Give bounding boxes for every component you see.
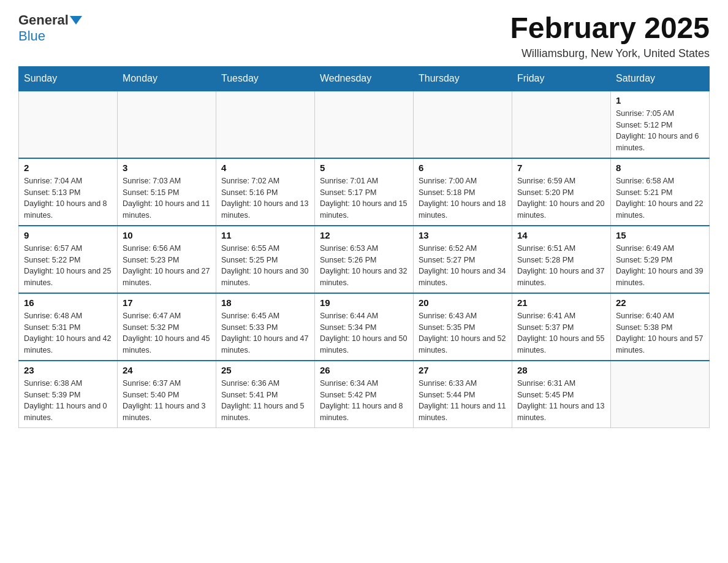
weekday-saturday: Saturday <box>611 66 710 91</box>
day-info: Sunrise: 6:37 AMSunset: 5:40 PMDaylight:… <box>123 378 211 424</box>
calendar-cell: 12Sunrise: 6:53 AMSunset: 5:26 PMDayligh… <box>315 226 414 293</box>
calendar-cell <box>19 91 118 158</box>
calendar-cell <box>414 91 512 158</box>
day-number: 2 <box>24 163 112 173</box>
day-info: Sunrise: 6:57 AMSunset: 5:22 PMDaylight:… <box>24 243 112 289</box>
calendar-cell: 28Sunrise: 6:31 AMSunset: 5:45 PMDayligh… <box>512 361 611 428</box>
day-info: Sunrise: 6:31 AMSunset: 5:45 PMDaylight:… <box>517 378 605 424</box>
calendar-week-1: 1Sunrise: 7:05 AMSunset: 5:12 PMDaylight… <box>19 91 710 158</box>
weekday-tuesday: Tuesday <box>216 66 315 91</box>
day-number: 22 <box>616 297 704 308</box>
calendar-cell <box>118 91 216 158</box>
day-number: 17 <box>123 297 211 308</box>
logo-general: General <box>18 12 69 28</box>
title-section: February 2025 Williamsburg, New York, Un… <box>510 12 710 60</box>
day-info: Sunrise: 6:47 AMSunset: 5:32 PMDaylight:… <box>123 310 211 356</box>
calendar-cell: 18Sunrise: 6:45 AMSunset: 5:33 PMDayligh… <box>216 293 315 361</box>
calendar-cell: 3Sunrise: 7:03 AMSunset: 5:15 PMDaylight… <box>118 158 216 226</box>
calendar-header: SundayMondayTuesdayWednesdayThursdayFrid… <box>19 66 710 91</box>
calendar-cell <box>611 361 710 428</box>
calendar-cell: 10Sunrise: 6:56 AMSunset: 5:23 PMDayligh… <box>118 226 216 293</box>
day-info: Sunrise: 6:59 AMSunset: 5:20 PMDaylight:… <box>517 175 605 221</box>
day-info: Sunrise: 7:02 AMSunset: 5:16 PMDaylight:… <box>221 175 309 221</box>
day-info: Sunrise: 6:45 AMSunset: 5:33 PMDaylight:… <box>221 310 309 356</box>
day-info: Sunrise: 7:00 AMSunset: 5:18 PMDaylight:… <box>419 175 507 221</box>
logo-blue: Blue <box>18 28 45 44</box>
day-number: 15 <box>616 230 704 240</box>
calendar-cell: 7Sunrise: 6:59 AMSunset: 5:20 PMDaylight… <box>512 158 611 226</box>
day-info: Sunrise: 6:38 AMSunset: 5:39 PMDaylight:… <box>24 378 112 424</box>
calendar-cell <box>216 91 315 158</box>
day-number: 11 <box>221 230 309 240</box>
day-info: Sunrise: 6:34 AMSunset: 5:42 PMDaylight:… <box>320 378 408 424</box>
day-number: 21 <box>517 297 605 308</box>
calendar-week-5: 23Sunrise: 6:38 AMSunset: 5:39 PMDayligh… <box>19 361 710 428</box>
weekday-sunday: Sunday <box>19 66 118 91</box>
day-info: Sunrise: 6:53 AMSunset: 5:26 PMDaylight:… <box>320 243 408 289</box>
day-number: 7 <box>517 163 605 173</box>
weekday-friday: Friday <box>512 66 611 91</box>
day-number: 24 <box>123 365 211 375</box>
calendar-cell: 23Sunrise: 6:38 AMSunset: 5:39 PMDayligh… <box>19 361 118 428</box>
day-info: Sunrise: 6:40 AMSunset: 5:38 PMDaylight:… <box>616 310 704 356</box>
day-info: Sunrise: 6:56 AMSunset: 5:23 PMDaylight:… <box>123 243 211 289</box>
weekday-monday: Monday <box>118 66 216 91</box>
calendar-cell: 24Sunrise: 6:37 AMSunset: 5:40 PMDayligh… <box>118 361 216 428</box>
day-number: 3 <box>123 163 211 173</box>
day-info: Sunrise: 6:36 AMSunset: 5:41 PMDaylight:… <box>221 378 309 424</box>
day-number: 23 <box>24 365 112 375</box>
weekday-header-row: SundayMondayTuesdayWednesdayThursdayFrid… <box>19 66 710 91</box>
calendar-week-4: 16Sunrise: 6:48 AMSunset: 5:31 PMDayligh… <box>19 293 710 361</box>
calendar-cell: 27Sunrise: 6:33 AMSunset: 5:44 PMDayligh… <box>414 361 512 428</box>
calendar-cell: 16Sunrise: 6:48 AMSunset: 5:31 PMDayligh… <box>19 293 118 361</box>
calendar-week-3: 9Sunrise: 6:57 AMSunset: 5:22 PMDaylight… <box>19 226 710 293</box>
calendar-cell: 2Sunrise: 7:04 AMSunset: 5:13 PMDaylight… <box>19 158 118 226</box>
calendar-cell: 22Sunrise: 6:40 AMSunset: 5:38 PMDayligh… <box>611 293 710 361</box>
day-number: 1 <box>616 95 704 105</box>
weekday-wednesday: Wednesday <box>315 66 414 91</box>
day-number: 13 <box>419 230 507 240</box>
location-text: Williamsburg, New York, United States <box>510 47 710 60</box>
day-info: Sunrise: 6:52 AMSunset: 5:27 PMDaylight:… <box>419 243 507 289</box>
logo-arrow-icon <box>70 16 82 25</box>
calendar-cell: 17Sunrise: 6:47 AMSunset: 5:32 PMDayligh… <box>118 293 216 361</box>
day-number: 10 <box>123 230 211 240</box>
day-number: 9 <box>24 230 112 240</box>
day-info: Sunrise: 7:05 AMSunset: 5:12 PMDaylight:… <box>616 108 704 154</box>
month-title: February 2025 <box>510 12 710 45</box>
day-info: Sunrise: 6:41 AMSunset: 5:37 PMDaylight:… <box>517 310 605 356</box>
day-number: 8 <box>616 163 704 173</box>
day-number: 16 <box>24 297 112 308</box>
calendar-body: 1Sunrise: 7:05 AMSunset: 5:12 PMDaylight… <box>19 91 710 428</box>
calendar-cell: 5Sunrise: 7:01 AMSunset: 5:17 PMDaylight… <box>315 158 414 226</box>
day-number: 5 <box>320 163 408 173</box>
calendar-table: SundayMondayTuesdayWednesdayThursdayFrid… <box>18 66 710 428</box>
calendar-cell: 25Sunrise: 6:36 AMSunset: 5:41 PMDayligh… <box>216 361 315 428</box>
weekday-thursday: Thursday <box>414 66 512 91</box>
day-number: 26 <box>320 365 408 375</box>
calendar-cell: 13Sunrise: 6:52 AMSunset: 5:27 PMDayligh… <box>414 226 512 293</box>
calendar-cell: 26Sunrise: 6:34 AMSunset: 5:42 PMDayligh… <box>315 361 414 428</box>
calendar-cell: 15Sunrise: 6:49 AMSunset: 5:29 PMDayligh… <box>611 226 710 293</box>
calendar-cell: 1Sunrise: 7:05 AMSunset: 5:12 PMDaylight… <box>611 91 710 158</box>
day-number: 18 <box>221 297 309 308</box>
calendar-cell: 4Sunrise: 7:02 AMSunset: 5:16 PMDaylight… <box>216 158 315 226</box>
day-info: Sunrise: 6:51 AMSunset: 5:28 PMDaylight:… <box>517 243 605 289</box>
day-info: Sunrise: 6:43 AMSunset: 5:35 PMDaylight:… <box>419 310 507 356</box>
day-info: Sunrise: 6:33 AMSunset: 5:44 PMDaylight:… <box>419 378 507 424</box>
logo-text: General <box>18 12 83 28</box>
day-info: Sunrise: 6:44 AMSunset: 5:34 PMDaylight:… <box>320 310 408 356</box>
calendar-cell: 9Sunrise: 6:57 AMSunset: 5:22 PMDaylight… <box>19 226 118 293</box>
day-info: Sunrise: 6:49 AMSunset: 5:29 PMDaylight:… <box>616 243 704 289</box>
day-info: Sunrise: 7:04 AMSunset: 5:13 PMDaylight:… <box>24 175 112 221</box>
calendar-cell: 14Sunrise: 6:51 AMSunset: 5:28 PMDayligh… <box>512 226 611 293</box>
calendar-week-2: 2Sunrise: 7:04 AMSunset: 5:13 PMDaylight… <box>19 158 710 226</box>
calendar-cell: 11Sunrise: 6:55 AMSunset: 5:25 PMDayligh… <box>216 226 315 293</box>
logo: General Blue <box>18 12 83 44</box>
day-number: 6 <box>419 163 507 173</box>
day-number: 28 <box>517 365 605 375</box>
day-info: Sunrise: 6:48 AMSunset: 5:31 PMDaylight:… <box>24 310 112 356</box>
day-number: 12 <box>320 230 408 240</box>
day-number: 4 <box>221 163 309 173</box>
calendar-cell: 21Sunrise: 6:41 AMSunset: 5:37 PMDayligh… <box>512 293 611 361</box>
